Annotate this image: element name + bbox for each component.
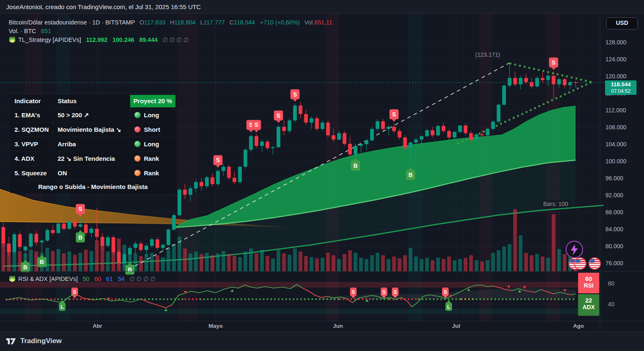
signal-label: Long bbox=[144, 140, 159, 148]
rsi-pane-title[interactable]: RSI & ADX [APIDEVs] bbox=[18, 276, 78, 282]
rsi-legend-value-2: 60 bbox=[95, 276, 101, 282]
price-tick-label: 84.000 bbox=[605, 226, 623, 232]
flag-canton bbox=[575, 259, 580, 263]
status-dot bbox=[134, 155, 141, 162]
rsi-legend-value-3: 61 bbox=[106, 276, 113, 282]
row-signal: Long bbox=[130, 137, 175, 151]
row-status: ON bbox=[53, 166, 129, 180]
row-status: Movimiento Bajista ↘ bbox=[53, 123, 129, 136]
price-tick-label: 96.000 bbox=[605, 175, 623, 182]
bars-count-label: Bars: 100 bbox=[540, 200, 571, 208]
export-header-text: JoseAntonioL creado con TradingView.com,… bbox=[6, 3, 201, 10]
high-label: H bbox=[170, 19, 174, 26]
status-dot bbox=[134, 112, 141, 118]
strategy-value-2: 100.246 bbox=[112, 36, 134, 43]
row-signal: Rank bbox=[130, 166, 175, 180]
change-value: +710 (+0,60%) bbox=[260, 19, 300, 26]
table-header-row: Indicator Status Proyect 20 % bbox=[10, 95, 175, 107]
month-tick-label: Ago bbox=[573, 323, 584, 329]
us-flag-event-icon[interactable] bbox=[588, 257, 601, 270]
price-axis[interactable]: 128.000124.000120.000116.000112.000108.0… bbox=[600, 14, 644, 321]
high-value: 118.904 bbox=[174, 19, 195, 26]
frog-icon bbox=[9, 36, 16, 43]
price-tick-label: 112.000 bbox=[605, 107, 626, 114]
tradingview-logo-icon bbox=[6, 337, 17, 345]
adx-value: 22 bbox=[578, 297, 599, 304]
price-tick-label: 76.000 bbox=[605, 260, 623, 266]
time-axis[interactable]: AbrMayoJunJulAgo bbox=[0, 321, 644, 332]
currency-toggle-button[interactable]: USD bbox=[606, 17, 638, 29]
export-header: JoseAntonioL creado con TradingView.com,… bbox=[0, 0, 644, 14]
strategy-row: TL_Strategy [APIDEVs] 112.992 100.246 89… bbox=[9, 36, 332, 44]
symbol-legend: Bitcoin/Dólar estadounidense · 1D · BITS… bbox=[9, 18, 332, 44]
us-flag-event-icon[interactable] bbox=[574, 257, 586, 270]
last-price-badge: 118.544 07:04:52 bbox=[605, 80, 637, 95]
price-tick-label: 124.000 bbox=[605, 56, 627, 63]
status-dot bbox=[134, 141, 141, 147]
row-status: Arriba bbox=[53, 137, 129, 151]
tradingview-brand[interactable]: TradingView bbox=[6, 336, 62, 346]
price-tick-label: 128.000 bbox=[605, 39, 627, 46]
rsi-label: RSI bbox=[578, 282, 599, 289]
price-tick-label: 92.000 bbox=[605, 192, 623, 198]
rsi-tick-label: 80 bbox=[608, 280, 615, 287]
symbol-title[interactable]: Bitcoin/Dólar estadounidense · 1D · BITS… bbox=[9, 19, 135, 26]
header-status: Status bbox=[53, 95, 129, 107]
header-indicator: Indicator bbox=[10, 95, 53, 107]
flag-canton bbox=[590, 259, 595, 263]
trendline-apex-price-label: (123.171) bbox=[475, 51, 500, 58]
rsi-value-badge: 60 RSI bbox=[578, 273, 599, 293]
price-tick-label: 88.000 bbox=[605, 209, 623, 215]
rsi-legend-value-1: 50 bbox=[83, 276, 89, 282]
price-tick-label: 120.000 bbox=[605, 73, 627, 80]
bar-countdown: 07:04:52 bbox=[605, 88, 637, 94]
row-signal: Rank bbox=[130, 152, 175, 165]
event-lightning-icon[interactable] bbox=[566, 241, 583, 258]
status-dot bbox=[134, 126, 141, 133]
adx-value-badge: 22 ADX bbox=[578, 294, 599, 316]
open-label: O bbox=[139, 19, 144, 26]
table-row-adx: 4. ADX 22 ↘ Sin Tendencia Rank bbox=[10, 152, 175, 165]
month-tick-label: Jun bbox=[333, 323, 343, 329]
strategy-empty-values: ∅ ∅ ∅ ∅ bbox=[163, 36, 189, 43]
price-tick-label: 104.000 bbox=[605, 141, 627, 148]
row-name: 2. SQZMON bbox=[10, 123, 53, 136]
lightning-icon bbox=[567, 242, 581, 257]
low-value: 117.777 bbox=[204, 19, 225, 26]
volume-indicator-row: Vol. · BTC 651 bbox=[9, 27, 332, 36]
volume-value: 651,11 bbox=[314, 19, 332, 26]
table-row-vpvp: 3. VPVP Arriba Long bbox=[10, 137, 175, 151]
month-tick-label: Abr bbox=[92, 323, 102, 329]
signal-label: Short bbox=[144, 126, 160, 133]
signal-label: Long bbox=[144, 111, 159, 119]
open-value: 117.833 bbox=[144, 19, 165, 26]
strategy-title[interactable]: TL_Strategy [APIDEVs] bbox=[18, 36, 81, 43]
row-signal: Short bbox=[130, 123, 175, 136]
month-tick-label: Mayo bbox=[209, 323, 223, 329]
volume-label: Vol. bbox=[304, 19, 314, 26]
tradingview-screenshot: { "top_bar": {"text": "JoseAntonioL crea… bbox=[0, 0, 644, 351]
rsi-value: 60 bbox=[578, 275, 599, 282]
row-status: 22 ↘ Sin Tendencia bbox=[53, 152, 129, 165]
rsi-legend-empty-values: ∅ ∅ ∅ ∅ bbox=[129, 276, 156, 282]
row-name: 3. VPVP bbox=[10, 137, 53, 151]
row-status: 50 > 200 ↗ bbox=[53, 108, 129, 122]
rsi-tick-label: 40 bbox=[608, 301, 615, 307]
indicator-status-table: Indicator Status Proyect 20 % 1. EMA's 5… bbox=[10, 95, 175, 193]
price-tick-label: 100.000 bbox=[605, 158, 627, 165]
signal-label: Rank bbox=[144, 169, 159, 177]
row-name: 4. ADX bbox=[10, 152, 53, 165]
status-dot bbox=[134, 170, 141, 176]
header-proyect: Proyect 20 % bbox=[130, 95, 175, 107]
table-footer: Rango o Subida - Movimiento Bajista bbox=[10, 181, 175, 193]
volume-indicator-title[interactable]: Vol. · BTC bbox=[9, 28, 36, 34]
table-row-sqzmon: 2. SQZMON Movimiento Bajista ↘ Short bbox=[10, 123, 175, 136]
volume-indicator-value: 651 bbox=[41, 28, 51, 34]
close-label: C bbox=[229, 19, 233, 26]
close-value: 118.544 bbox=[234, 19, 255, 26]
last-price-value: 118.544 bbox=[605, 81, 637, 88]
footer-bar bbox=[0, 332, 644, 351]
row-signal: Long bbox=[130, 108, 175, 122]
frog-icon bbox=[9, 276, 16, 282]
adx-label: ADX bbox=[578, 304, 599, 310]
